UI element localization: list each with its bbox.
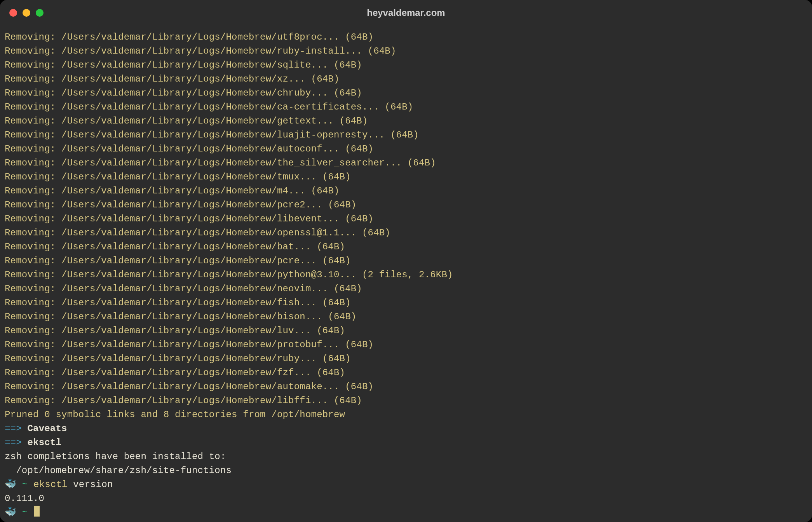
whale-icon: 🐳	[5, 478, 16, 492]
cursor	[34, 506, 40, 517]
removing-line: Removing: /Users/valdemar/Library/Logs/H…	[5, 72, 807, 86]
removing-line: Removing: /Users/valdemar/Library/Logs/H…	[5, 128, 807, 142]
pruned-line: Pruned 0 symbolic links and 8 directorie…	[5, 408, 807, 422]
removing-line: Removing: /Users/valdemar/Library/Logs/H…	[5, 324, 807, 338]
completions-line-2: /opt/homebrew/share/zsh/site-functions	[5, 464, 807, 478]
removing-line: Removing: /Users/valdemar/Library/Logs/H…	[5, 184, 807, 198]
prompt-command: eksctl	[33, 479, 68, 490]
removing-line: Removing: /Users/valdemar/Library/Logs/H…	[5, 352, 807, 366]
prompt-line-1: 🐳 ~ eksctl version	[5, 478, 807, 492]
removing-line: Removing: /Users/valdemar/Library/Logs/H…	[5, 268, 807, 282]
minimize-icon[interactable]	[23, 9, 30, 17]
prompt-arg: version	[73, 479, 113, 490]
section-eksctl: ==> eksctl	[5, 436, 807, 450]
removing-line: Removing: /Users/valdemar/Library/Logs/H…	[5, 212, 807, 226]
removing-line: Removing: /Users/valdemar/Library/Logs/H…	[5, 240, 807, 254]
arrow-icon: ==>	[5, 423, 22, 434]
section-caveats: ==> Caveats	[5, 422, 807, 436]
section-label: eksctl	[27, 437, 61, 448]
version-output: 0.111.0	[5, 492, 807, 506]
removing-line: Removing: /Users/valdemar/Library/Logs/H…	[5, 254, 807, 268]
removing-line: Removing: /Users/valdemar/Library/Logs/H…	[5, 282, 807, 296]
removing-line: Removing: /Users/valdemar/Library/Logs/H…	[5, 366, 807, 380]
removing-line: Removing: /Users/valdemar/Library/Logs/H…	[5, 338, 807, 352]
terminal-body[interactable]: Removing: /Users/valdemar/Library/Logs/H…	[0, 21, 812, 522]
removing-line: Removing: /Users/valdemar/Library/Logs/H…	[5, 114, 807, 128]
whale-icon: 🐳	[5, 506, 16, 520]
prompt-line-2[interactable]: 🐳 ~	[5, 506, 807, 520]
removing-line: Removing: /Users/valdemar/Library/Logs/H…	[5, 156, 807, 170]
removing-line: Removing: /Users/valdemar/Library/Logs/H…	[5, 100, 807, 114]
removing-line: Removing: /Users/valdemar/Library/Logs/H…	[5, 310, 807, 324]
prompt-tilde: ~	[22, 479, 28, 490]
removing-line: Removing: /Users/valdemar/Library/Logs/H…	[5, 86, 807, 100]
removing-line: Removing: /Users/valdemar/Library/Logs/H…	[5, 142, 807, 156]
removing-line: Removing: /Users/valdemar/Library/Logs/H…	[5, 296, 807, 310]
close-icon[interactable]	[9, 9, 17, 17]
titlebar: heyvaldemar.com	[0, 5, 812, 21]
terminal-window: heyvaldemar.com Removing: /Users/valdema…	[0, 0, 812, 522]
removing-line: Removing: /Users/valdemar/Library/Logs/H…	[5, 198, 807, 212]
removing-line: Removing: /Users/valdemar/Library/Logs/H…	[5, 58, 807, 72]
traffic-lights	[0, 9, 44, 17]
window-title: heyvaldemar.com	[0, 5, 812, 21]
removing-line: Removing: /Users/valdemar/Library/Logs/H…	[5, 380, 807, 394]
section-label: Caveats	[27, 423, 67, 434]
removing-line: Removing: /Users/valdemar/Library/Logs/H…	[5, 30, 807, 44]
arrow-icon: ==>	[5, 437, 22, 448]
removing-line: Removing: /Users/valdemar/Library/Logs/H…	[5, 394, 807, 408]
completions-line-1: zsh completions have been installed to:	[5, 450, 807, 464]
removing-line: Removing: /Users/valdemar/Library/Logs/H…	[5, 170, 807, 184]
removing-line: Removing: /Users/valdemar/Library/Logs/H…	[5, 226, 807, 240]
prompt-tilde: ~	[22, 507, 28, 518]
zoom-icon[interactable]	[36, 9, 44, 17]
removing-line: Removing: /Users/valdemar/Library/Logs/H…	[5, 44, 807, 58]
